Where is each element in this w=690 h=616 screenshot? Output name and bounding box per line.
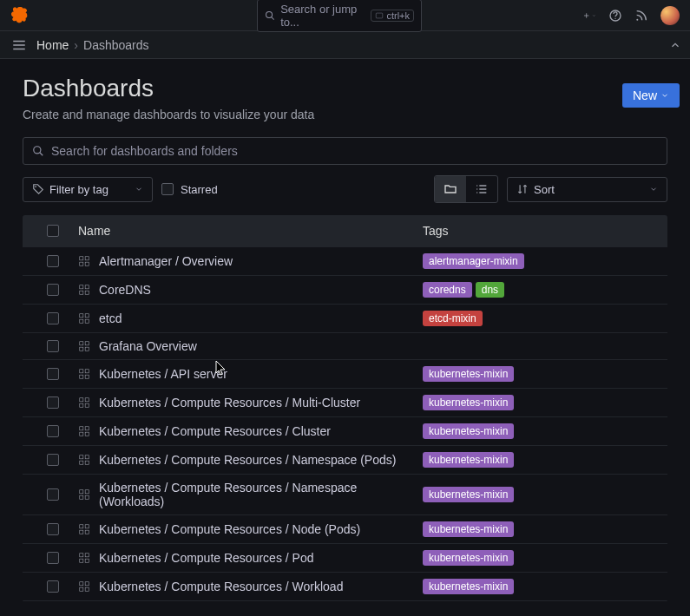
- table-row[interactable]: Kubernetes / Compute Resources / Namespa…: [23, 474, 667, 514]
- row-checkbox[interactable]: [47, 454, 59, 466]
- avatar[interactable]: [660, 6, 680, 25]
- dashboard-table[interactable]: Name Tags Alertmanager / Overviewalertma…: [23, 215, 667, 602]
- row-checkbox[interactable]: [47, 552, 59, 564]
- dashboard-name[interactable]: Kubernetes / API server: [99, 367, 227, 381]
- select-all-checkbox[interactable]: [47, 225, 59, 237]
- dashboard-name[interactable]: Kubernetes / Compute Resources / Cluster: [99, 424, 331, 438]
- svg-rect-27: [85, 347, 89, 351]
- table-row[interactable]: Kubernetes / Compute Resources / Podkube…: [23, 543, 667, 572]
- dashboard-name[interactable]: Kubernetes / Compute Resources / Multi-C…: [99, 396, 360, 410]
- row-checkbox[interactable]: [47, 580, 59, 593]
- svg-rect-24: [80, 342, 83, 345]
- chevron-down-icon: [649, 185, 658, 193]
- row-checkbox[interactable]: [47, 255, 59, 267]
- table-row[interactable]: Kubernetes / Compute Resources / Multi-C…: [23, 388, 667, 416]
- topbar-actions: [582, 6, 680, 25]
- dashboard-name[interactable]: Kubernetes / Compute Resources / Node (P…: [99, 522, 360, 536]
- chevron-down-icon: [135, 185, 143, 193]
- svg-rect-53: [85, 554, 89, 557]
- tag[interactable]: etcd-mixin: [423, 311, 483, 326]
- main: Dashboards Create and manage dashboards …: [0, 59, 690, 602]
- view-list-button[interactable]: [466, 176, 497, 202]
- table-row[interactable]: Alertmanager / Overviewalertmanager-mixi…: [23, 246, 667, 275]
- svg-rect-56: [80, 582, 83, 586]
- svg-rect-15: [85, 262, 89, 265]
- add-menu[interactable]: [582, 9, 596, 23]
- svg-rect-42: [80, 461, 83, 464]
- row-checkbox[interactable]: [47, 396, 59, 409]
- svg-point-4: [614, 17, 615, 18]
- table-row[interactable]: CoreDNScorednsdns: [23, 275, 667, 304]
- global-search[interactable]: Search or jump to... ctrl+k: [257, 0, 422, 32]
- table-row[interactable]: Grafana Overview: [23, 332, 667, 359]
- dashboard-icon: [78, 340, 90, 352]
- row-checkbox[interactable]: [47, 425, 59, 437]
- svg-rect-13: [85, 257, 89, 260]
- new-button[interactable]: New: [622, 83, 680, 108]
- dashboard-name[interactable]: Grafana Overview: [99, 339, 197, 353]
- tag[interactable]: kubernetes-mixin: [423, 521, 514, 537]
- dashboard-name[interactable]: Kubernetes / Compute Resources / Namespa…: [99, 481, 423, 508]
- sort-select[interactable]: Sort: [507, 177, 667, 202]
- tag[interactable]: kubernetes-mixin: [423, 579, 514, 594]
- row-checkbox[interactable]: [47, 523, 59, 535]
- starred-filter[interactable]: Starred: [161, 183, 218, 196]
- svg-line-7: [40, 153, 43, 156]
- svg-rect-20: [80, 314, 83, 318]
- dashboard-name[interactable]: Kubernetes / Compute Resources / Workloa…: [99, 580, 343, 593]
- table-row[interactable]: Kubernetes / Compute Resources / Workloa…: [23, 572, 667, 600]
- toolbar: Filter by tag Starred Sort: [23, 175, 667, 203]
- row-checkbox[interactable]: [47, 340, 59, 352]
- table-row[interactable]: etcdetcd-mixin: [23, 304, 667, 332]
- tag[interactable]: kubernetes-mixin: [423, 452, 514, 468]
- dashboard-icon: [78, 425, 90, 437]
- menu-toggle-icon[interactable]: [9, 35, 30, 56]
- svg-rect-51: [85, 530, 89, 534]
- grafana-logo[interactable]: [10, 5, 31, 26]
- collapse-icon[interactable]: [669, 39, 681, 51]
- row-checkbox[interactable]: [47, 368, 59, 380]
- col-tags: Tags: [423, 224, 657, 238]
- table-row[interactable]: Kubernetes / Compute Resources / Cluster…: [23, 416, 667, 445]
- table-row[interactable]: Kubernetes / Controller Managerkubernete…: [23, 600, 667, 602]
- filter-by-tag[interactable]: Filter by tag: [23, 177, 153, 202]
- tag[interactable]: kubernetes-mixin: [423, 423, 514, 439]
- row-checkbox[interactable]: [47, 284, 59, 296]
- dashboard-search-placeholder: Search for dashboards and folders: [51, 144, 238, 158]
- breadcrumb-home[interactable]: Home: [36, 38, 69, 52]
- dashboard-name[interactable]: Alertmanager / Overview: [99, 254, 233, 268]
- tag[interactable]: kubernetes-mixin: [423, 366, 514, 382]
- dashboard-name[interactable]: CoreDNS: [99, 283, 151, 297]
- svg-point-8: [35, 186, 36, 187]
- tag[interactable]: kubernetes-mixin: [423, 395, 514, 410]
- svg-rect-57: [85, 582, 89, 586]
- row-checkbox[interactable]: [47, 312, 59, 324]
- row-checkbox[interactable]: [47, 488, 59, 501]
- table-row[interactable]: Kubernetes / API serverkubernetes-mixin: [23, 359, 667, 388]
- tag[interactable]: kubernetes-mixin: [423, 550, 514, 566]
- col-name[interactable]: Name: [73, 224, 423, 238]
- svg-point-6: [34, 147, 41, 154]
- view-folder-button[interactable]: [435, 176, 466, 202]
- table-row[interactable]: Kubernetes / Compute Resources / Node (P…: [23, 514, 667, 543]
- svg-rect-2: [377, 13, 384, 18]
- svg-rect-17: [85, 285, 89, 289]
- table-row[interactable]: Kubernetes / Compute Resources / Namespa…: [23, 445, 667, 474]
- news-icon[interactable]: [634, 9, 648, 23]
- svg-rect-52: [80, 554, 83, 557]
- tag[interactable]: coredns: [423, 282, 472, 298]
- dashboard-search[interactable]: Search for dashboards and folders: [23, 137, 667, 165]
- tag[interactable]: dns: [476, 282, 504, 298]
- svg-point-10: [476, 188, 477, 189]
- dashboard-icon: [78, 396, 90, 409]
- svg-rect-59: [85, 587, 89, 591]
- dashboard-name[interactable]: Kubernetes / Compute Resources / Pod: [99, 551, 313, 565]
- svg-rect-44: [80, 490, 83, 494]
- tag[interactable]: alertmanager-mixin: [423, 253, 524, 269]
- help-icon[interactable]: [608, 9, 622, 23]
- starred-checkbox[interactable]: [161, 183, 174, 195]
- tag[interactable]: kubernetes-mixin: [423, 487, 514, 502]
- svg-rect-39: [85, 432, 89, 436]
- dashboard-name[interactable]: Kubernetes / Compute Resources / Namespa…: [99, 453, 396, 467]
- dashboard-name[interactable]: etcd: [99, 311, 122, 325]
